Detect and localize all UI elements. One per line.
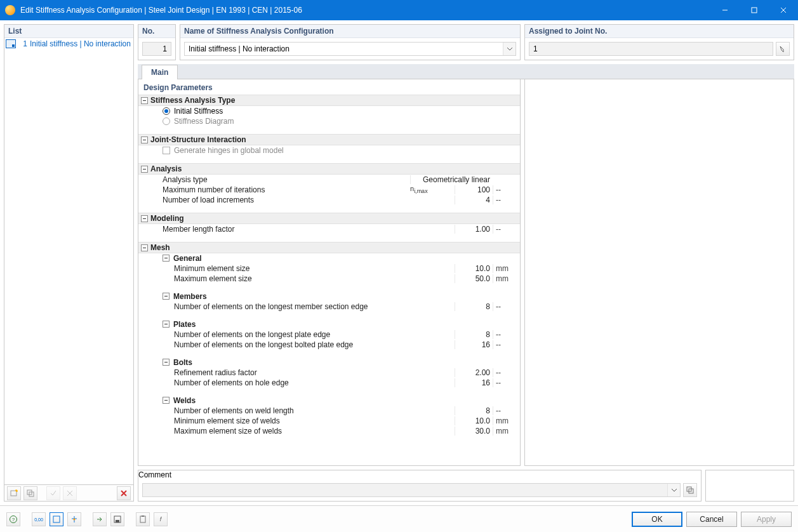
- list-item-no: 1: [18, 39, 27, 48]
- svg-text:f: f: [160, 516, 163, 522]
- group-modeling[interactable]: Modeling: [138, 213, 520, 224]
- row-max-iterations[interactable]: Maximum number of iterationsni,max100--: [138, 185, 520, 195]
- radio-icon: [163, 107, 170, 115]
- row-weld-min-size[interactable]: Minimum element size of welds10.0mm: [138, 416, 520, 426]
- export-button[interactable]: [93, 512, 107, 526]
- subgroup-bolts[interactable]: Bolts: [138, 357, 520, 368]
- assigned-input[interactable]: [529, 42, 773, 56]
- formula-button[interactable]: f: [154, 512, 168, 526]
- subgroup-plates[interactable]: Plates: [138, 319, 520, 329]
- ok-button[interactable]: OK: [632, 512, 682, 527]
- clipboard-button[interactable]: [136, 512, 150, 526]
- no-label: No.: [138, 25, 175, 38]
- row-load-increments[interactable]: Number of load increments4--: [138, 195, 520, 205]
- subgroup-members[interactable]: Members: [138, 291, 520, 302]
- view-2-button[interactable]: [67, 512, 81, 526]
- view-1-button[interactable]: [50, 512, 63, 526]
- row-weld-length-elems[interactable]: Number of elements on weld length8--: [138, 406, 520, 416]
- titlebar: Edit Stiffness Analysis Configuration | …: [0, 0, 798, 20]
- units-button[interactable]: 0,00: [32, 512, 46, 526]
- minimize-button[interactable]: [710, 0, 740, 20]
- help-button[interactable]: ?: [6, 512, 20, 526]
- row-refinement-radius[interactable]: Refinement radius factor2.00--: [138, 368, 520, 378]
- row-max-elem-size[interactable]: Maximum element size50.0mm: [138, 274, 520, 284]
- radio-icon: [163, 117, 170, 125]
- list-toolbar: [4, 484, 133, 501]
- comment-copy-button[interactable]: [683, 483, 697, 497]
- expander-icon: [141, 97, 148, 104]
- expander-icon: [163, 359, 170, 366]
- delete-item-button[interactable]: [117, 486, 131, 500]
- comment-dropdown-button[interactable]: [667, 484, 680, 496]
- name-box: Name of Stiffness Analysis Configuration: [180, 24, 521, 60]
- name-label: Name of Stiffness Analysis Configuration: [180, 25, 520, 38]
- exclude-button[interactable]: [63, 486, 77, 500]
- subgroup-welds[interactable]: Welds: [138, 396, 520, 406]
- row-analysis-type[interactable]: Analysis typeGeometrically linear: [138, 175, 520, 185]
- assigned-label: Assigned to Joint No.: [525, 25, 794, 38]
- row-min-elem-size[interactable]: Minimum element size10.0mm: [138, 263, 520, 274]
- expander-icon: [141, 215, 148, 222]
- svg-rect-13: [53, 516, 60, 522]
- name-input[interactable]: [184, 42, 516, 56]
- no-box: No.: [138, 24, 176, 60]
- footer-toolbar: ? 0,00 f OK Cancel Apply: [0, 505, 798, 532]
- row-weld-max-size[interactable]: Maximum element size of welds30.0mm: [138, 426, 520, 436]
- group-stiffness-type[interactable]: Stiffness Analysis Type: [138, 95, 520, 106]
- comment-box: Comment: [138, 470, 702, 502]
- svg-rect-16: [116, 520, 119, 522]
- group-mesh[interactable]: Mesh: [138, 242, 520, 253]
- group-joint-structure[interactable]: Joint-Structure Interaction: [138, 134, 520, 145]
- close-button[interactable]: [769, 0, 798, 20]
- cancel-button[interactable]: Cancel: [686, 512, 737, 527]
- maximize-button[interactable]: [740, 0, 769, 20]
- expander-icon: [163, 397, 170, 404]
- group-analysis[interactable]: Analysis: [138, 163, 520, 175]
- subgroup-general[interactable]: General: [138, 253, 520, 263]
- preview-panel: [524, 79, 794, 466]
- svg-rect-17: [140, 516, 145, 522]
- include-button[interactable]: [46, 486, 60, 500]
- list-item-label: Initial stiffness | No interaction: [30, 39, 132, 48]
- svg-point-5: [16, 489, 18, 491]
- new-item-button[interactable]: [7, 486, 21, 500]
- apply-button[interactable]: Apply: [741, 512, 792, 527]
- svg-rect-18: [142, 515, 144, 517]
- list-pane: List 1 Initial stiffness | No interactio…: [4, 24, 134, 502]
- expander-icon: [141, 166, 148, 173]
- svg-rect-1: [752, 8, 757, 13]
- list-item-icon: [6, 39, 16, 48]
- row-bolted-plate-edge-elems[interactable]: Number of elements on the longest bolted…: [138, 340, 520, 350]
- window-title: Edit Stiffness Analysis Configuration | …: [20, 6, 710, 15]
- expander-icon: [163, 321, 170, 328]
- copy-item-button[interactable]: [23, 486, 37, 500]
- check-generate-hinges[interactable]: Generate hinges in global model: [138, 145, 520, 156]
- pick-joint-button[interactable]: [776, 42, 790, 56]
- name-dropdown-button[interactable]: [503, 43, 515, 55]
- comment-input[interactable]: [142, 483, 681, 497]
- row-member-edge-elems[interactable]: Number of elements on the longest member…: [138, 302, 520, 312]
- tab-main[interactable]: Main: [142, 65, 178, 79]
- radio-stiffness-diagram[interactable]: Stiffness Diagram: [138, 116, 520, 126]
- svg-text:0,00: 0,00: [34, 517, 43, 522]
- app-icon: [5, 5, 15, 15]
- radio-initial-stiffness[interactable]: Initial Stiffness: [138, 106, 520, 116]
- no-input[interactable]: [142, 42, 171, 56]
- list-header: List: [4, 25, 133, 38]
- expander-icon: [163, 255, 170, 262]
- tab-strip: Main: [138, 64, 794, 79]
- row-plate-edge-elems[interactable]: Number of elements on the longest plate …: [138, 329, 520, 340]
- checkbox-icon: [163, 147, 170, 154]
- list-item[interactable]: 1 Initial stiffness | No interaction: [4, 38, 133, 50]
- comment-preview-box: [705, 470, 794, 502]
- save-default-button[interactable]: [110, 512, 124, 526]
- svg-text:?: ?: [12, 517, 15, 522]
- row-member-length-factor[interactable]: Member length factor1.00--: [138, 224, 520, 234]
- svg-point-14: [74, 518, 76, 520]
- design-parameters-title: Design Parameters: [138, 79, 520, 95]
- expander-icon: [163, 293, 170, 300]
- row-hole-edge-elems[interactable]: Number of elements on hole edge16--: [138, 378, 520, 388]
- parameters-panel: Design Parameters Stiffness Analysis Typ…: [138, 79, 521, 466]
- svg-rect-4: [11, 491, 17, 496]
- assigned-box: Assigned to Joint No.: [524, 24, 794, 60]
